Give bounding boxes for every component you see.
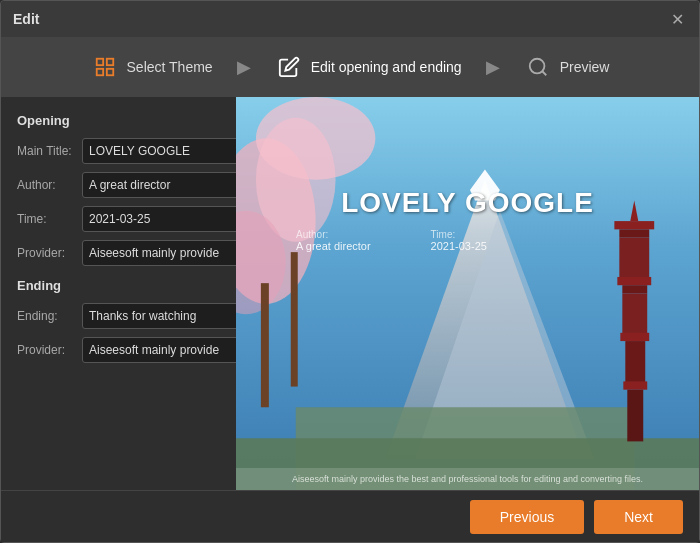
svg-line-5	[542, 71, 546, 75]
nav-arrow-2: ▶	[478, 56, 508, 78]
provider-opening-row: Provider:	[17, 240, 220, 266]
provider-ending-label: Provider:	[17, 343, 82, 357]
author-input[interactable]	[82, 172, 236, 198]
preview-main-title: LOVELY GOOGLE	[341, 187, 594, 219]
main-title-label: Main Title:	[17, 144, 82, 158]
time-input[interactable]	[82, 206, 236, 232]
nav-bar: Select Theme ▶ Edit opening and ending ▶…	[1, 37, 699, 97]
time-label: Time:	[17, 212, 82, 226]
bottom-bar: Previous Next	[1, 490, 699, 542]
previous-button[interactable]: Previous	[470, 500, 584, 534]
ending-row: Ending:	[17, 303, 220, 329]
svg-rect-0	[96, 59, 102, 65]
time-row: Time:	[17, 206, 220, 232]
author-label: Author:	[17, 178, 82, 192]
edit-window: Edit ✕ Select Theme ▶ E	[0, 0, 700, 543]
grid-icon	[91, 53, 119, 81]
window-title: Edit	[13, 11, 667, 27]
ending-section-label: Ending	[17, 278, 220, 293]
title-bar: Edit ✕	[1, 1, 699, 37]
ending-label: Ending:	[17, 309, 82, 323]
main-title-row: Main Title:	[17, 138, 220, 164]
main-content: Opening Main Title: Author: Time: Provid…	[1, 97, 699, 490]
step3-preview[interactable]: Preview	[508, 45, 626, 89]
svg-rect-3	[106, 69, 112, 75]
step2-label: Edit opening and ending	[311, 59, 462, 75]
provider-ending-row: Provider:	[17, 337, 220, 363]
provider-ending-input[interactable]	[82, 337, 236, 363]
left-panel: Opening Main Title: Author: Time: Provid…	[1, 97, 236, 490]
preview-overlay: LOVELY GOOGLE Author: A great director T…	[236, 97, 699, 490]
preview-panel: LOVELY GOOGLE Author: A great director T…	[236, 97, 699, 490]
preview-author-key: Author:	[296, 229, 371, 240]
svg-point-4	[529, 59, 544, 74]
provider-opening-input[interactable]	[82, 240, 236, 266]
opening-section-label: Opening	[17, 113, 220, 128]
ending-input[interactable]	[82, 303, 236, 329]
preview-meta: Author: A great director Time: 2021-03-2…	[236, 229, 699, 252]
step3-label: Preview	[560, 59, 610, 75]
next-button[interactable]: Next	[594, 500, 683, 534]
step1-label: Select Theme	[127, 59, 213, 75]
preview-icon	[524, 53, 552, 81]
preview-image: LOVELY GOOGLE Author: A great director T…	[236, 97, 699, 490]
step2-edit-opening-ending[interactable]: Edit opening and ending	[259, 45, 478, 89]
svg-rect-1	[106, 59, 112, 65]
preview-time-key: Time:	[431, 229, 487, 240]
preview-time-col: Time: 2021-03-25	[431, 229, 487, 252]
author-row: Author:	[17, 172, 220, 198]
preview-author-val: A great director	[296, 240, 371, 252]
preview-time-val: 2021-03-25	[431, 240, 487, 252]
nav-arrow-1: ▶	[229, 56, 259, 78]
provider-opening-label: Provider:	[17, 246, 82, 260]
svg-rect-2	[96, 69, 102, 75]
preview-author-col: Author: A great director	[296, 229, 371, 252]
preview-footer-text: Aiseesoft mainly provides the best and p…	[236, 468, 699, 490]
edit-icon	[275, 53, 303, 81]
main-title-input[interactable]	[82, 138, 236, 164]
step1-select-theme[interactable]: Select Theme	[75, 45, 229, 89]
close-button[interactable]: ✕	[667, 9, 687, 29]
